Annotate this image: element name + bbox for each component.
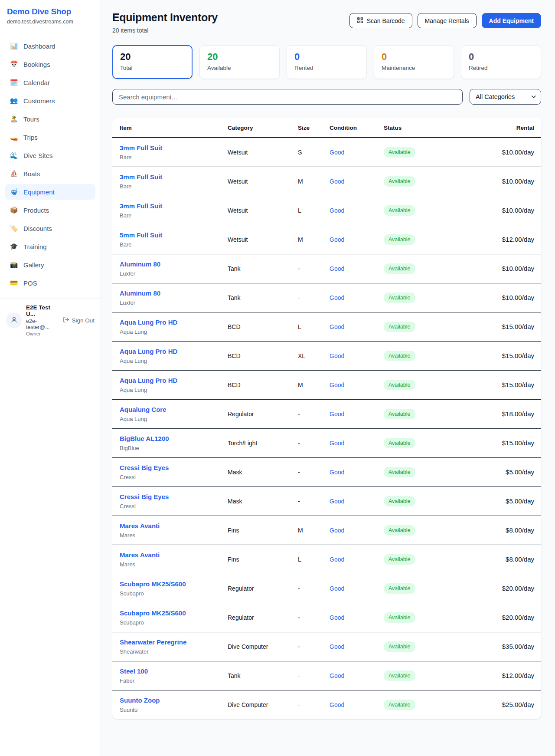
sidebar-item-dive-sites[interactable]: 🌊Dive Sites [5, 148, 95, 163]
item-name-link[interactable]: Aqua Lung Pro HD [120, 319, 177, 326]
condition-link[interactable]: Good [330, 469, 344, 476]
item-category: Mask [221, 486, 291, 516]
sidebar-item-gallery[interactable]: 📸Gallery [5, 257, 95, 273]
item-name-link[interactable]: 3mm Full Suit [120, 144, 162, 151]
item-name-link[interactable]: Aluminum 80 [120, 260, 160, 268]
sidebar-item-discounts[interactable]: 🏷️Discounts [5, 220, 95, 236]
table-row: Suunto ZoopSuuntoDive Computer-GoodAvail… [112, 690, 541, 719]
condition-link[interactable]: Good [330, 498, 344, 505]
stat-card-maintenance[interactable]: 0Maintenance [374, 45, 454, 79]
condition-link[interactable]: Good [330, 614, 344, 621]
user-role: Owner [26, 331, 59, 336]
item-cell: Scubapro MK25/S600Scubapro [112, 574, 221, 603]
item-name-link[interactable]: Scubapro MK25/S600 [120, 609, 186, 617]
item-name-link[interactable]: Cressi Big Eyes [120, 493, 169, 500]
scan-barcode-button[interactable]: Scan Barcode [349, 13, 412, 28]
item-name-link[interactable]: Scubapro MK25/S600 [120, 580, 186, 588]
item-name-link[interactable]: Aluminum 80 [120, 289, 160, 297]
item-cell: Aqua Lung Pro HDAqua Lung [112, 370, 221, 399]
item-name-link[interactable]: Aqualung Core [120, 406, 166, 413]
item-name-link[interactable]: Cressi Big Eyes [120, 464, 169, 471]
item-size: - [291, 574, 323, 603]
condition-link[interactable]: Good [330, 207, 344, 214]
item-size: - [291, 632, 323, 661]
add-equipment-button[interactable]: Add Equipment [482, 13, 541, 28]
item-name-link[interactable]: Aqua Lung Pro HD [120, 348, 177, 355]
condition-link[interactable]: Good [330, 672, 344, 679]
sidebar-item-trips[interactable]: 🚤Trips [5, 129, 95, 145]
item-rental: $35.00/day [477, 632, 541, 661]
stat-label: Available [207, 65, 272, 71]
sidebar-item-label: Dashboard [23, 43, 55, 50]
condition-link[interactable]: Good [330, 149, 344, 156]
item-cell: Aqualung CoreAqua Lung [112, 399, 221, 428]
item-name-link[interactable]: Suunto Zoop [120, 697, 160, 704]
condition-link[interactable]: Good [330, 701, 344, 708]
sidebar-item-tours[interactable]: 🏝️Tours [5, 111, 95, 127]
sidebar-item-customers[interactable]: 👥Customers [5, 93, 95, 108]
condition-link[interactable]: Good [330, 178, 344, 185]
table-row: Aqualung CoreAqua LungRegulator-GoodAvai… [112, 399, 541, 428]
status-badge: Available [384, 322, 415, 332]
stat-card-rented[interactable]: 0Rented [287, 45, 367, 79]
status-cell: Available [377, 399, 477, 428]
item-name-link[interactable]: Mares Avanti [120, 522, 160, 529]
stat-label: Retired [469, 65, 533, 71]
item-name-link[interactable]: 3mm Full Suit [120, 202, 162, 210]
condition-link[interactable]: Good [330, 585, 344, 592]
condition-link[interactable]: Good [330, 294, 344, 301]
item-category: Dive Computer [221, 690, 291, 719]
sidebar-item-boats[interactable]: ⛵Boats [5, 166, 95, 181]
desert-island-icon: 🏝️ [10, 115, 18, 123]
sidebar-item-dashboard[interactable]: 📊Dashboard [5, 38, 95, 54]
stat-card-available[interactable]: 20Available [199, 45, 280, 79]
item-name-link[interactable]: Steel 100 [120, 667, 148, 675]
item-name-link[interactable]: 3mm Full Suit [120, 173, 162, 181]
status-cell: Available [377, 138, 477, 167]
item-size: M [291, 516, 323, 545]
page-header-text: Equipment Inventory 20 items total [112, 11, 218, 34]
status-cell: Available [377, 516, 477, 545]
stat-card-total[interactable]: 20Total [112, 45, 193, 79]
main-content: Equipment Inventory 20 items total Scan … [101, 0, 555, 733]
condition-cell: Good [323, 370, 377, 399]
item-name-link[interactable]: Shearwater Peregrine [120, 638, 186, 646]
item-name-link[interactable]: BigBlue AL1200 [120, 435, 169, 442]
user-email: e2e-tester@... [26, 318, 59, 330]
filter-row: All Categories [112, 89, 541, 105]
item-size: - [291, 486, 323, 516]
condition-cell: Good [323, 661, 377, 690]
item-cell: Aqua Lung Pro HDAqua Lung [112, 312, 221, 341]
condition-link[interactable]: Good [330, 352, 344, 359]
item-name-link[interactable]: Aqua Lung Pro HD [120, 377, 177, 384]
condition-link[interactable]: Good [330, 381, 344, 388]
sidebar-item-bookings[interactable]: 📅Bookings [5, 56, 95, 72]
sidebar-item-training[interactable]: 🎓Training [5, 239, 95, 254]
item-rental: $15.00/day [477, 341, 541, 370]
condition-link[interactable]: Good [330, 527, 344, 534]
stat-card-retired[interactable]: 0Retired [461, 45, 541, 79]
condition-cell: Good [323, 545, 377, 574]
condition-link[interactable]: Good [330, 411, 344, 417]
item-size: L [291, 545, 323, 574]
item-name-link[interactable]: 5mm Full Suit [120, 231, 162, 239]
manage-rentals-button[interactable]: Manage Rentals [418, 13, 477, 28]
condition-link[interactable]: Good [330, 236, 344, 243]
search-input[interactable] [112, 89, 463, 105]
condition-link[interactable]: Good [330, 643, 344, 650]
condition-link[interactable]: Good [330, 440, 344, 447]
category-select[interactable]: All Categories [470, 89, 541, 105]
sidebar-item-equipment[interactable]: 🤿Equipment [5, 184, 95, 200]
sign-out-button[interactable]: Sign Out [63, 316, 95, 324]
item-cell: Steel 100Faber [112, 661, 221, 690]
condition-link[interactable]: Good [330, 323, 344, 330]
package-icon: 📦 [10, 206, 18, 214]
manage-rentals-label: Manage Rentals [425, 17, 469, 24]
item-name-link[interactable]: Mares Avanti [120, 551, 160, 559]
sidebar-item-calendar[interactable]: 🗓️Calendar [5, 75, 95, 90]
sidebar-item-pos[interactable]: 💳POS [5, 275, 95, 291]
status-badge: Available [384, 496, 415, 506]
condition-link[interactable]: Good [330, 556, 344, 563]
sidebar-item-products[interactable]: 📦Products [5, 202, 95, 218]
condition-link[interactable]: Good [330, 265, 344, 272]
